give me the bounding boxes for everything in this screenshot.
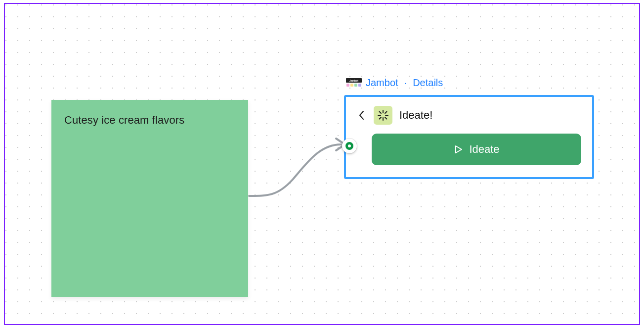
svg-line-12 xyxy=(385,112,387,114)
ideate-button-label: Ideate xyxy=(469,143,499,156)
canvas-frame[interactable]: Cutesy ice cream flavors Jambot Jambot ·… xyxy=(4,3,640,325)
play-icon xyxy=(453,144,463,154)
details-link[interactable]: Details xyxy=(413,77,443,89)
input-port[interactable] xyxy=(342,139,357,153)
svg-rect-2 xyxy=(346,84,349,87)
input-port-ring-icon xyxy=(345,142,353,150)
ideate-button[interactable]: Ideate xyxy=(372,134,581,165)
jambot-widget[interactable]: Ideate! Ideate xyxy=(344,95,594,179)
widget-label-bar: Jambot Jambot · Details xyxy=(346,77,443,89)
widget-header: Ideate! xyxy=(357,106,581,125)
jambot-name-link[interactable]: Jambot xyxy=(366,77,398,89)
label-separator: · xyxy=(404,77,407,89)
svg-line-11 xyxy=(385,117,387,119)
svg-rect-5 xyxy=(358,84,361,87)
svg-rect-4 xyxy=(354,84,357,87)
jambot-logo-icon: Jambot xyxy=(346,78,362,88)
svg-line-10 xyxy=(380,112,382,114)
sticky-note[interactable]: Cutesy ice cream flavors xyxy=(51,100,248,297)
svg-line-13 xyxy=(380,117,382,119)
sparkle-burst-icon xyxy=(377,109,389,121)
jambot-widget-inner: Ideate! Ideate xyxy=(346,97,592,177)
sticky-note-text: Cutesy ice cream flavors xyxy=(64,114,235,127)
ideate-module-icon xyxy=(374,106,392,125)
widget-title: Ideate! xyxy=(399,109,432,122)
svg-rect-3 xyxy=(350,84,353,87)
chevron-left-icon xyxy=(359,110,365,120)
back-button[interactable] xyxy=(357,108,367,122)
connector-arrow xyxy=(248,133,357,212)
svg-text:Jambot: Jambot xyxy=(349,79,358,82)
